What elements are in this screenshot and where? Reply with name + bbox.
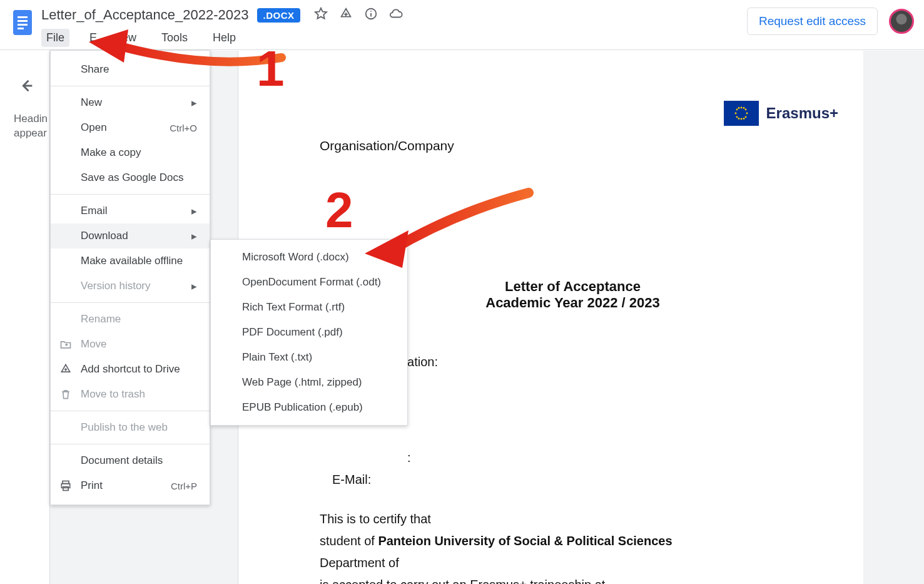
- svg-point-16: [744, 116, 746, 118]
- download-pdf[interactable]: PDF Document (.pdf): [211, 320, 407, 345]
- file-menu-trash: Move to trash: [51, 382, 210, 407]
- outline-hint-text: Headin appear: [14, 112, 48, 141]
- svg-point-20: [743, 118, 744, 120]
- svg-rect-4: [18, 28, 24, 29]
- chevron-right-icon: ▸: [191, 230, 197, 243]
- menu-tools[interactable]: Tools: [156, 29, 193, 47]
- file-menu-add-shortcut[interactable]: Add shortcut to Drive: [51, 357, 210, 382]
- file-menu-version[interactable]: Version history▸: [51, 274, 210, 299]
- menu-bar: File E ew Tools Help: [41, 26, 403, 47]
- file-menu-offline[interactable]: Make available offline: [51, 248, 210, 274]
- svg-point-10: [740, 118, 742, 120]
- avatar[interactable]: [889, 9, 914, 34]
- file-menu-open[interactable]: OpenCtrl+O: [51, 115, 210, 140]
- download-epub[interactable]: EPUB Publication (.epub): [211, 395, 407, 420]
- svg-point-18: [743, 107, 744, 109]
- back-arrow-icon[interactable]: [18, 77, 35, 97]
- add-shortcut-icon: [59, 363, 72, 376]
- doc-department: Department of: [320, 556, 826, 570]
- info-icon[interactable]: [364, 7, 378, 23]
- menu-help[interactable]: Help: [208, 29, 241, 47]
- document-title[interactable]: Letter_of_Acceptance_2022-2023: [41, 7, 248, 23]
- download-docx[interactable]: Microsoft Word (.docx): [211, 245, 407, 270]
- svg-point-9: [740, 107, 742, 109]
- svg-rect-2: [18, 20, 28, 22]
- download-html[interactable]: Web Page (.html, zipped): [211, 370, 407, 395]
- file-menu-print[interactable]: PrintCtrl+P: [51, 473, 210, 498]
- file-menu-details[interactable]: Document details: [51, 448, 210, 473]
- folder-move-icon: [59, 338, 72, 351]
- svg-point-15: [736, 116, 738, 118]
- add-to-drive-icon[interactable]: [339, 7, 353, 23]
- docs-app-icon[interactable]: [10, 6, 35, 39]
- download-odt[interactable]: OpenDocument Format (.odt): [211, 270, 407, 295]
- file-menu-rename: Rename: [51, 307, 210, 332]
- svg-rect-3: [18, 24, 28, 26]
- svg-point-13: [736, 109, 738, 111]
- print-icon: [59, 479, 72, 492]
- doc-org-label: Organisation/Company: [320, 138, 826, 153]
- svg-point-14: [744, 109, 746, 111]
- file-menu-email[interactable]: Email▸: [51, 198, 210, 223]
- chevron-right-icon: ▸: [191, 96, 197, 110]
- trash-icon: [59, 388, 72, 401]
- download-submenu: Microsoft Word (.docx) OpenDocument Form…: [210, 239, 408, 426]
- svg-rect-0: [13, 10, 32, 35]
- doc-certify: This is to certify that: [320, 512, 826, 526]
- file-menu-publish: Publish to the web: [51, 415, 210, 440]
- svg-point-12: [746, 113, 748, 115]
- file-menu-move: Move: [51, 332, 210, 357]
- docx-badge: .DOCX: [257, 8, 300, 23]
- star-icon[interactable]: [314, 7, 328, 23]
- svg-point-19: [738, 118, 739, 120]
- svg-rect-1: [18, 16, 28, 18]
- doc-student-of: student of: [320, 534, 378, 548]
- svg-point-7: [370, 11, 372, 12]
- chevron-right-icon: ▸: [191, 205, 197, 218]
- menu-view[interactable]: ew: [117, 29, 141, 47]
- doc-contact-colon: :: [407, 451, 826, 465]
- doc-accepted: is accepted to carry out an Erasmus+ tra…: [320, 578, 826, 584]
- file-menu-share[interactable]: Share: [51, 57, 210, 82]
- doc-university: Panteion University of Social & Politica…: [378, 534, 672, 548]
- cloud-status-icon[interactable]: [389, 7, 403, 23]
- menu-edit[interactable]: E: [84, 29, 102, 47]
- svg-point-17: [738, 107, 739, 109]
- chevron-right-icon: ▸: [191, 280, 197, 293]
- file-menu-dropdown: Share New▸ OpenCtrl+O Make a copy Save a…: [50, 50, 210, 505]
- menu-file[interactable]: File: [41, 29, 69, 47]
- download-txt[interactable]: Plain Text (.txt): [211, 345, 407, 370]
- file-menu-new[interactable]: New▸: [51, 90, 210, 115]
- request-edit-button[interactable]: Request edit access: [747, 8, 878, 35]
- file-menu-save-as[interactable]: Save as Google Docs: [51, 165, 210, 190]
- download-rtf[interactable]: Rich Text Format (.rtf): [211, 295, 407, 320]
- eu-flag-icon: [724, 101, 759, 126]
- doc-receiving: Organisation:: [363, 355, 826, 369]
- svg-point-11: [734, 113, 736, 115]
- erasmus-logo-text: Erasmus+: [766, 105, 838, 122]
- file-menu-download[interactable]: Download▸: [51, 223, 210, 248]
- doc-email-label: E-Mail:: [332, 473, 826, 487]
- file-menu-make-copy[interactable]: Make a copy: [51, 140, 210, 165]
